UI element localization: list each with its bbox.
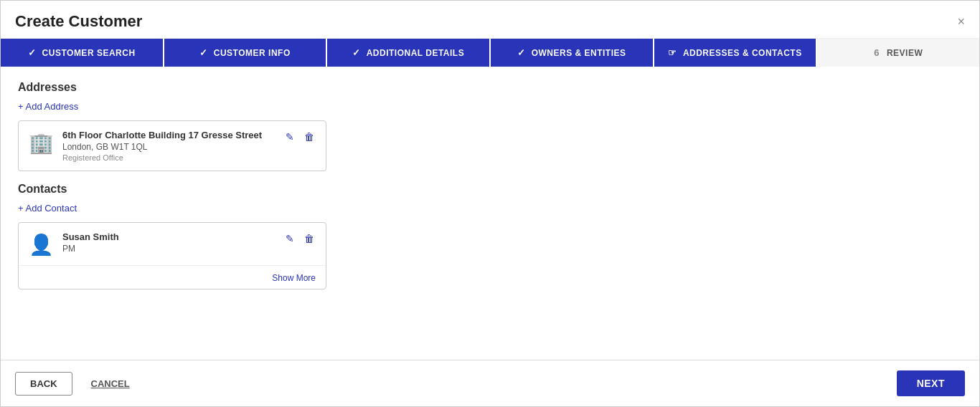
contact-card: 👤 Susan Smith PM ✎ 🗑 Show More — [18, 222, 326, 289]
add-address-link[interactable]: + Add Address — [18, 101, 962, 112]
delete-address-button[interactable]: 🗑 — [303, 130, 316, 144]
step-label: ADDITIONAL DETAILS — [367, 48, 465, 58]
address-card: 🏢 6th Floor Charlotte Building 17 Gresse… — [18, 120, 326, 171]
step-label: CUSTOMER SEARCH — [42, 48, 136, 58]
contact-actions: ✎ 🗑 — [284, 231, 316, 246]
addresses-section: Addresses + Add Address 🏢 6th Floor Char… — [18, 81, 962, 171]
add-address-label: + Add Address — [18, 101, 78, 112]
step-check-icon: ✓ — [352, 47, 361, 58]
address-info: 6th Floor Charlotte Building 17 Gresse S… — [62, 130, 262, 162]
modal-container: Create Customer × ✓ CUSTOMER SEARCH ✓ CU… — [0, 0, 980, 407]
step-check-icon: ✓ — [517, 47, 526, 58]
step-label: REVIEW — [887, 48, 923, 58]
contacts-section: Contacts + Add Contact 👤 Susan Smith PM … — [18, 183, 962, 289]
addresses-title: Addresses — [18, 81, 962, 94]
modal-title: Create Customer — [15, 12, 142, 31]
step-label: ADDRESSES & CONTACTS — [683, 48, 802, 58]
add-contact-label: + Add Contact — [18, 203, 77, 214]
show-more-row: Show More — [19, 265, 326, 289]
show-more-link[interactable]: Show More — [272, 273, 316, 283]
modal-header: Create Customer × — [1, 1, 979, 39]
add-contact-link[interactable]: + Add Contact — [18, 203, 962, 214]
next-button[interactable]: NEXT — [897, 370, 965, 396]
edit-contact-button[interactable]: ✎ — [284, 231, 296, 246]
main-content: Addresses + Add Address 🏢 6th Floor Char… — [1, 67, 979, 360]
step-additional-details[interactable]: ✓ ADDITIONAL DETAILS — [327, 39, 491, 67]
back-button[interactable]: BACK — [15, 372, 72, 396]
steps-bar: ✓ CUSTOMER SEARCH ✓ CUSTOMER INFO ✓ ADDI… — [1, 39, 979, 67]
step-check-icon: ✓ — [199, 47, 208, 58]
footer-bar: BACK CANCEL NEXT — [1, 360, 979, 406]
delete-contact-button[interactable]: 🗑 — [303, 231, 316, 246]
address-sub: London, GB W1T 1QL — [62, 142, 262, 152]
step-number: 6 — [874, 47, 880, 58]
card-left: 👤 Susan Smith PM — [29, 231, 119, 257]
building-icon: 🏢 — [29, 131, 54, 155]
card-left: 🏢 6th Floor Charlotte Building 17 Gresse… — [29, 130, 262, 162]
footer-left: BACK CANCEL — [15, 372, 137, 396]
person-icon: 👤 — [29, 233, 54, 257]
step-customer-search[interactable]: ✓ CUSTOMER SEARCH — [1, 39, 164, 67]
address-title: 6th Floor Charlotte Building 17 Gresse S… — [62, 130, 262, 140]
address-type: Registered Office — [62, 153, 262, 162]
step-addresses-contacts[interactable]: ☞ ADDRESSES & CONTACTS — [654, 39, 818, 67]
address-actions: ✎ 🗑 — [284, 130, 316, 144]
step-review[interactable]: 6 REVIEW — [817, 39, 979, 67]
cancel-button[interactable]: CANCEL — [84, 372, 137, 396]
contact-name: Susan Smith — [62, 231, 119, 242]
step-check-icon: ✓ — [28, 47, 37, 58]
contact-card-inner: 👤 Susan Smith PM ✎ 🗑 — [19, 223, 326, 265]
edit-address-button[interactable]: ✎ — [284, 130, 296, 144]
step-customer-info[interactable]: ✓ CUSTOMER INFO — [164, 39, 328, 67]
step-label: OWNERS & ENTITIES — [532, 48, 626, 58]
contact-info: Susan Smith PM — [62, 231, 119, 254]
contacts-title: Contacts — [18, 183, 962, 196]
close-button[interactable]: × — [957, 15, 965, 28]
contact-role: PM — [62, 244, 119, 254]
step-label: CUSTOMER INFO — [214, 48, 291, 58]
step-owners-entities[interactable]: ✓ OWNERS & ENTITIES — [491, 39, 654, 67]
step-hand-icon: ☞ — [668, 47, 677, 58]
